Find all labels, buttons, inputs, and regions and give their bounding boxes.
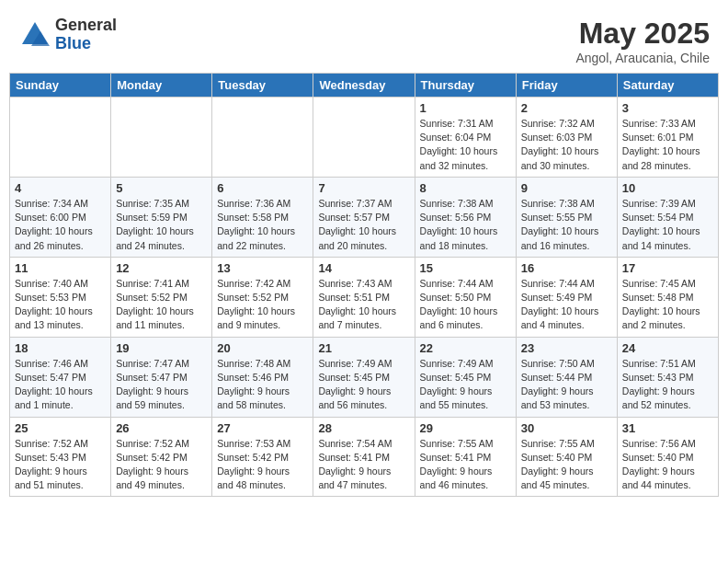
day-cell: 30Sunrise: 7:55 AMSunset: 5:40 PMDayligh… (516, 417, 617, 497)
header-thursday: Thursday (415, 74, 516, 98)
header-monday: Monday (111, 74, 212, 98)
day-info: Sunrise: 7:51 AMSunset: 5:43 PMDaylight:… (622, 357, 713, 413)
day-cell: 22Sunrise: 7:49 AMSunset: 5:45 PMDayligh… (415, 337, 516, 417)
day-number: 19 (116, 341, 207, 355)
day-cell: 23Sunrise: 7:50 AMSunset: 5:44 PMDayligh… (516, 337, 617, 417)
day-number: 22 (420, 341, 511, 355)
day-number: 14 (318, 261, 409, 275)
week-row-1: 1Sunrise: 7:31 AMSunset: 6:04 PMDaylight… (10, 98, 719, 178)
day-info: Sunrise: 7:54 AMSunset: 5:41 PMDaylight:… (318, 437, 409, 493)
title-block: May 2025 Angol, Araucania, Chile (575, 17, 710, 65)
logo-general: General (55, 17, 117, 35)
day-cell: 20Sunrise: 7:48 AMSunset: 5:46 PMDayligh… (212, 337, 313, 417)
day-info: Sunrise: 7:38 AMSunset: 5:55 PMDaylight:… (521, 197, 612, 253)
day-cell: 4Sunrise: 7:34 AMSunset: 6:00 PMDaylight… (10, 177, 111, 257)
day-cell: 19Sunrise: 7:47 AMSunset: 5:47 PMDayligh… (111, 337, 212, 417)
day-info: Sunrise: 7:39 AMSunset: 5:54 PMDaylight:… (622, 197, 713, 253)
day-number: 29 (420, 421, 511, 435)
day-number: 24 (622, 341, 713, 355)
day-number: 21 (318, 341, 409, 355)
day-cell: 6Sunrise: 7:36 AMSunset: 5:58 PMDaylight… (212, 177, 313, 257)
day-info: Sunrise: 7:47 AMSunset: 5:47 PMDaylight:… (116, 357, 207, 413)
day-info: Sunrise: 7:48 AMSunset: 5:46 PMDaylight:… (217, 357, 308, 413)
day-number: 11 (15, 261, 106, 275)
day-cell: 18Sunrise: 7:46 AMSunset: 5:47 PMDayligh… (10, 337, 111, 417)
day-cell (313, 98, 415, 178)
week-row-4: 18Sunrise: 7:46 AMSunset: 5:47 PMDayligh… (10, 337, 719, 417)
day-number: 5 (116, 181, 207, 195)
day-cell: 12Sunrise: 7:41 AMSunset: 5:52 PMDayligh… (111, 257, 212, 337)
week-row-2: 4Sunrise: 7:34 AMSunset: 6:00 PMDaylight… (10, 177, 719, 257)
day-info: Sunrise: 7:32 AMSunset: 6:03 PMDaylight:… (521, 117, 612, 173)
day-number: 6 (217, 181, 308, 195)
day-info: Sunrise: 7:42 AMSunset: 5:52 PMDaylight:… (217, 277, 308, 333)
month-title: May 2025 (575, 17, 710, 51)
day-info: Sunrise: 7:43 AMSunset: 5:51 PMDaylight:… (318, 277, 409, 333)
day-cell: 2Sunrise: 7:32 AMSunset: 6:03 PMDaylight… (516, 98, 617, 178)
day-cell: 16Sunrise: 7:44 AMSunset: 5:49 PMDayligh… (516, 257, 617, 337)
logo-icon (18, 18, 51, 52)
day-number: 20 (217, 341, 308, 355)
day-cell: 13Sunrise: 7:42 AMSunset: 5:52 PMDayligh… (212, 257, 313, 337)
header-tuesday: Tuesday (212, 74, 313, 98)
day-number: 12 (116, 261, 207, 275)
day-number: 25 (15, 421, 106, 435)
header-wednesday: Wednesday (313, 74, 415, 98)
logo-blue: Blue (55, 35, 117, 53)
day-number: 26 (116, 421, 207, 435)
day-cell: 5Sunrise: 7:35 AMSunset: 5:59 PMDaylight… (111, 177, 212, 257)
day-cell: 26Sunrise: 7:52 AMSunset: 5:42 PMDayligh… (111, 417, 212, 497)
day-info: Sunrise: 7:41 AMSunset: 5:52 PMDaylight:… (116, 277, 207, 333)
page-header: General Blue May 2025 Angol, Araucania, … (9, 9, 719, 69)
day-number: 9 (521, 181, 612, 195)
day-cell: 1Sunrise: 7:31 AMSunset: 6:04 PMDaylight… (415, 98, 516, 178)
day-info: Sunrise: 7:49 AMSunset: 5:45 PMDaylight:… (420, 357, 511, 413)
day-number: 30 (521, 421, 612, 435)
week-row-3: 11Sunrise: 7:40 AMSunset: 5:53 PMDayligh… (10, 257, 719, 337)
day-info: Sunrise: 7:35 AMSunset: 5:59 PMDaylight:… (116, 197, 207, 253)
day-info: Sunrise: 7:53 AMSunset: 5:42 PMDaylight:… (217, 437, 308, 493)
day-info: Sunrise: 7:44 AMSunset: 5:49 PMDaylight:… (521, 277, 612, 333)
day-info: Sunrise: 7:31 AMSunset: 6:04 PMDaylight:… (420, 117, 511, 173)
day-number: 27 (217, 421, 308, 435)
day-info: Sunrise: 7:33 AMSunset: 6:01 PMDaylight:… (622, 117, 713, 173)
day-cell: 10Sunrise: 7:39 AMSunset: 5:54 PMDayligh… (617, 177, 718, 257)
day-info: Sunrise: 7:56 AMSunset: 5:40 PMDaylight:… (622, 437, 713, 493)
header-saturday: Saturday (617, 74, 718, 98)
day-number: 15 (420, 261, 511, 275)
day-cell: 21Sunrise: 7:49 AMSunset: 5:45 PMDayligh… (313, 337, 415, 417)
day-cell: 3Sunrise: 7:33 AMSunset: 6:01 PMDaylight… (617, 98, 718, 178)
day-cell: 14Sunrise: 7:43 AMSunset: 5:51 PMDayligh… (313, 257, 415, 337)
day-info: Sunrise: 7:50 AMSunset: 5:44 PMDaylight:… (521, 357, 612, 413)
day-cell: 28Sunrise: 7:54 AMSunset: 5:41 PMDayligh… (313, 417, 415, 497)
day-cell (212, 98, 313, 178)
day-cell (111, 98, 212, 178)
day-cell: 7Sunrise: 7:37 AMSunset: 5:57 PMDaylight… (313, 177, 415, 257)
day-info: Sunrise: 7:52 AMSunset: 5:43 PMDaylight:… (15, 437, 106, 493)
day-number: 4 (15, 181, 106, 195)
day-info: Sunrise: 7:46 AMSunset: 5:47 PMDaylight:… (15, 357, 106, 413)
day-info: Sunrise: 7:52 AMSunset: 5:42 PMDaylight:… (116, 437, 207, 493)
calendar-header-row: SundayMondayTuesdayWednesdayThursdayFrid… (10, 74, 719, 98)
day-info: Sunrise: 7:45 AMSunset: 5:48 PMDaylight:… (622, 277, 713, 333)
location: Angol, Araucania, Chile (575, 51, 710, 65)
day-cell: 31Sunrise: 7:56 AMSunset: 5:40 PMDayligh… (617, 417, 718, 497)
day-cell: 24Sunrise: 7:51 AMSunset: 5:43 PMDayligh… (617, 337, 718, 417)
day-number: 13 (217, 261, 308, 275)
day-info: Sunrise: 7:49 AMSunset: 5:45 PMDaylight:… (318, 357, 409, 413)
day-cell: 25Sunrise: 7:52 AMSunset: 5:43 PMDayligh… (10, 417, 111, 497)
day-number: 16 (521, 261, 612, 275)
day-number: 17 (622, 261, 713, 275)
day-number: 2 (521, 101, 612, 115)
day-number: 8 (420, 181, 511, 195)
day-number: 18 (15, 341, 106, 355)
day-cell: 15Sunrise: 7:44 AMSunset: 5:50 PMDayligh… (415, 257, 516, 337)
day-cell: 11Sunrise: 7:40 AMSunset: 5:53 PMDayligh… (10, 257, 111, 337)
day-number: 3 (622, 101, 713, 115)
day-info: Sunrise: 7:34 AMSunset: 6:00 PMDaylight:… (15, 197, 106, 253)
day-info: Sunrise: 7:40 AMSunset: 5:53 PMDaylight:… (15, 277, 106, 333)
day-info: Sunrise: 7:55 AMSunset: 5:41 PMDaylight:… (420, 437, 511, 493)
day-number: 28 (318, 421, 409, 435)
logo: General Blue (18, 17, 117, 53)
day-number: 7 (318, 181, 409, 195)
